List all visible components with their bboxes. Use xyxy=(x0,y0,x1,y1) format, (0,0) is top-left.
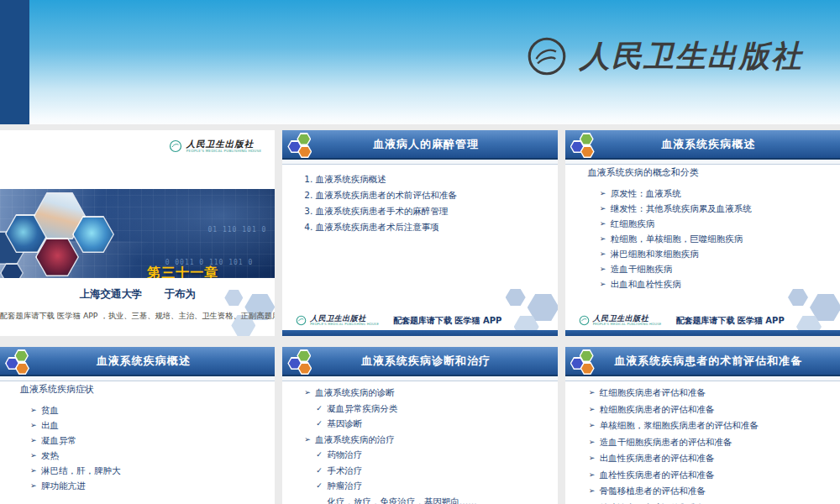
list-item: ➢ 造血干细胞疾病患者的评估和准备 xyxy=(565,434,840,451)
list-item: 化疗，放疗，免疫治疗，基因靶向…… xyxy=(282,494,557,504)
list-item: ➢ 粒细胞疾病患者的评估和准备 xyxy=(565,402,840,418)
arrow-bullet-icon: ➢ xyxy=(30,478,41,493)
banner-titles: 第三十一章 血液系统疾病麻醉管理 xyxy=(94,265,271,278)
slide-grid: 人民卫生出版社 PEOPLE'S MEDICAL PUBLISHING HOUS… xyxy=(0,130,840,504)
list-item: ➢ 红细胞疾病 xyxy=(565,216,840,231)
list-item: ➢ 继发性：其他系统疾病累及血液系统 xyxy=(565,201,840,216)
slide-thumbnail-3[interactable]: 血液系统疾病概述 血液系统疾病的概念和分类 ➢ 原发性：血液系统 ➢ 继发性：其… xyxy=(565,130,840,336)
slide-thumbnail-1[interactable]: 人民卫生出版社 PEOPLE'S MEDICAL PUBLISHING HOUS… xyxy=(0,130,275,336)
slide-header: 血液系统疾病诊断和治疗 xyxy=(282,347,557,376)
slide-title: 血液系统疾病诊断和治疗 xyxy=(349,354,491,369)
arrow-bullet-icon: ➢ xyxy=(600,276,611,291)
pmph-mini-logo: 人民卫生出版社 PEOPLE'S MEDICAL PUBLISHING HOUS… xyxy=(579,315,662,327)
pmph-circle-icon xyxy=(526,35,568,77)
publisher-caption: PEOPLE'S MEDICAL PUBLISHING HOUSE xyxy=(186,149,261,153)
slide-title: 血液病人的麻醉管理 xyxy=(361,137,479,152)
slide-title: 血液系统疾病患者的术前评估和准备 xyxy=(602,354,802,369)
arrow-bullet-icon: ➢ xyxy=(589,402,600,418)
author-name: 于布为 xyxy=(164,287,196,302)
check-bullet-icon: ✓ xyxy=(316,416,327,432)
pmph-circle-icon xyxy=(579,315,590,326)
slide-footer: 人民卫生出版社 PEOPLE'S MEDICAL PUBLISHING HOUS… xyxy=(565,313,840,328)
arrow-bullet-icon: ➢ xyxy=(589,483,600,500)
slide-thumbnail-2[interactable]: 血液病人的麻醉管理 1. 血液系统疾病概述 2. 血液系统疾病患者的术前评估和准… xyxy=(282,130,557,336)
binary-decoration: 01 110 101 0 xyxy=(208,226,267,234)
arrow-bullet-icon: ➢ xyxy=(304,432,315,448)
footer-note: 配套题库请下载 医学猫 APP xyxy=(675,315,784,327)
publisher-caption: PEOPLE'S MEDICAL PUBLISHING HOUSE xyxy=(310,323,379,327)
hexagon-outline xyxy=(0,263,24,278)
slide-thumbnail-5[interactable]: 血液系统疾病诊断和治疗 ➢ 血液系统疾病的诊断 ✓ 凝血异常疾病分类 ✓ 基因诊… xyxy=(282,347,557,504)
publisher-name: 人民卫生出版社 xyxy=(580,36,803,77)
list-item: ➢ 单核细胞，浆细胞疾病患者的评估和准备 xyxy=(565,417,840,434)
slide-bottom-bar xyxy=(282,330,557,336)
check-bullet-icon: ✓ xyxy=(316,463,327,479)
arrow-bullet-icon: ➢ xyxy=(600,261,611,276)
list-item: 4. 血液系统疾病患者术后注意事项 xyxy=(282,219,557,235)
arrow-bullet-icon: ➢ xyxy=(589,417,600,434)
list-item: ➢ 特殊治疗的麻醉评估和准备 xyxy=(565,500,840,504)
slide-body: 血液系统疾病的概念和分类 ➢ 原发性：血液系统 ➢ 继发性：其他系统疾病累及血液… xyxy=(565,165,840,291)
section-heading: 血液系统疾病的概念和分类 xyxy=(565,166,840,180)
chapter-banner: 01 110 101 0 0 0011 0 110 101 0 第三十一章 血液… xyxy=(0,189,275,278)
list-item: ✓ 肿瘤治疗 xyxy=(282,478,557,494)
slide-bottom-bar xyxy=(565,330,840,336)
list-item: ➢ 淋巴结，肝，脾肿大 xyxy=(0,463,275,478)
list-item: 1. 血液系统疾病概述 xyxy=(282,171,557,187)
list-item: 3. 血液系统疾病患者手术的麻醉管理 xyxy=(282,203,557,219)
pmph-mini-logo: 人民卫生出版社 PEOPLE'S MEDICAL PUBLISHING HOUS… xyxy=(296,315,379,327)
pmph-logo: 人民卫生出版社 xyxy=(526,35,803,77)
hexagon-cluster-icon xyxy=(570,349,599,376)
slide-header: 血液系统疾病患者的术前评估和准备 xyxy=(565,347,840,376)
authors-line: 上海交通大学 于布为 xyxy=(0,287,275,302)
list-item: ➢ 凝血异常 xyxy=(0,433,275,448)
list-item: ➢ 血液系统疾病的诊断 xyxy=(282,385,557,401)
check-bullet-icon: ✓ xyxy=(316,447,327,463)
list-item: ➢ 出血 xyxy=(0,417,275,433)
hexagon-decoration xyxy=(781,287,840,336)
top-banner: 人民卫生出版社 xyxy=(0,0,840,124)
list-item: ✓ 药物治疗 xyxy=(282,447,557,463)
slide-body: 血液系统疾病症状 ➢ 贫血 ➢ 出血 ➢ 凝血异常 ➢ 发热 ➢ 淋巴结，肝，脾… xyxy=(0,381,275,493)
list-item: ➢ 淋巴细胞和浆细胞疾病 xyxy=(565,246,840,261)
chapter-number: 第三十一章 xyxy=(94,265,271,278)
arrow-bullet-icon: ➢ xyxy=(589,434,600,451)
hexagon-cluster-icon xyxy=(287,132,316,160)
pmph-circle-icon xyxy=(296,315,307,326)
list-item: ➢ 血栓性疾病患者的评估和准备 xyxy=(565,467,840,484)
list-item: ➢ 造血干细胞疾病 xyxy=(565,261,840,276)
check-bullet-icon: ✓ xyxy=(316,401,327,417)
exam-bank-note: 配套题库请下载 医学猫 APP ，执业、三基、规培、主治、卫生资格、正副高题库都… xyxy=(0,311,275,322)
list-item: ➢ 血液系统疾病的治疗 xyxy=(282,432,557,448)
publisher-caption: PEOPLE'S MEDICAL PUBLISHING HOUSE xyxy=(593,323,662,327)
arrow-bullet-icon: ➢ xyxy=(589,467,600,484)
arrow-bullet-icon: ➢ xyxy=(30,448,41,463)
list-item: ➢ 发热 xyxy=(0,448,275,463)
slide-thumbnail-6[interactable]: 血液系统疾病患者的术前评估和准备 ➢ 红细胞疾病患者评估和准备 ➢ 粒细胞疾病患… xyxy=(565,347,840,504)
arrow-bullet-icon: ➢ xyxy=(30,417,41,433)
list-item: ➢ 红细胞疾病患者评估和准备 xyxy=(565,385,840,402)
arrow-bullet-icon: ➢ xyxy=(600,201,611,216)
arrow-bullet-icon: ➢ xyxy=(600,231,611,246)
list-item: ➢ 粒细胞，单核细胞，巨噬细胞疾病 xyxy=(565,231,840,246)
slide-header: 血液系统疾病概述 xyxy=(565,130,840,160)
pmph-mini-logo: 人民卫生出版社 PEOPLE'S MEDICAL PUBLISHING HOUS… xyxy=(169,139,261,153)
list-item: ➢ 原发性：血液系统 xyxy=(565,186,840,201)
list-item: ➢ 贫血 xyxy=(0,402,275,417)
publisher-name: 人民卫生出版社 xyxy=(186,139,261,149)
list-item: ✓ 凝血异常疾病分类 xyxy=(282,401,557,417)
slide-body: ➢ 红细胞疾病患者评估和准备 ➢ 粒细胞疾病患者的评估和准备 ➢ 单核细胞，浆细… xyxy=(565,381,840,504)
arrow-bullet-icon: ➢ xyxy=(600,186,611,201)
section-heading: 血液系统疾病症状 xyxy=(0,383,275,396)
arrow-bullet-icon: ➢ xyxy=(600,246,611,261)
arrow-bullet-icon: ➢ xyxy=(30,433,41,448)
navy-strip xyxy=(0,0,29,124)
list-item: ➢ 脾功能亢进 xyxy=(0,478,275,493)
list-item: ➢ 骨髓移植患者的评估和准备 xyxy=(565,483,840,500)
arrow-bullet-icon: ➢ xyxy=(589,385,600,402)
hexagon-cluster-icon xyxy=(5,349,34,376)
slide-thumbnail-4[interactable]: 血液系统疾病概述 血液系统疾病症状 ➢ 贫血 ➢ 出血 ➢ 凝血异常 ➢ 发热 … xyxy=(0,347,275,504)
list-item: ✓ 手术治疗 xyxy=(282,463,557,479)
list-item: ➢ 出血性疾病患者的评估和准备 xyxy=(565,450,840,467)
affiliation: 上海交通大学 xyxy=(79,287,142,302)
